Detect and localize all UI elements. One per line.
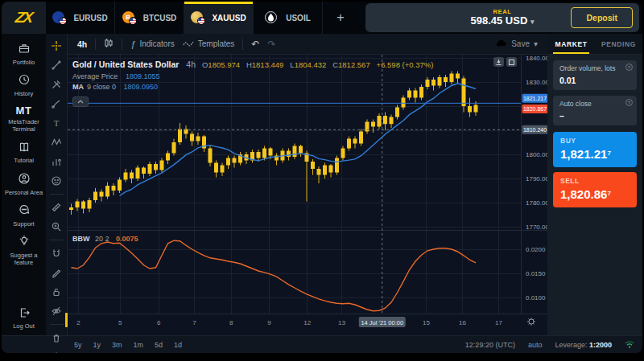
lightbulb-icon [18,235,31,250]
trend-line-tool-icon[interactable] [50,59,63,72]
svg-text:9: 9 [267,319,271,326]
range-1d[interactable]: 1d [174,341,182,349]
chart-toolbar: 4h ƒ Indicators Templates ↶ ↷ [68,34,547,55]
help-icon[interactable]: ? [625,99,633,106]
redo-button[interactable]: ↷ [267,39,275,50]
order-panel-tabs: MARKET PENDING [547,34,642,55]
templates-button[interactable]: Templates [183,39,235,49]
tab-pending[interactable]: PENDING [595,34,642,54]
mt-logo-icon: MT [16,105,32,117]
buy-price-pip: 7 [607,150,610,157]
ma-label: MA [72,83,84,91]
svg-text:1810.240: 1810.240 [523,127,547,133]
axis-settings-gear-icon[interactable] [527,318,535,326]
sidebar-item-tutorial[interactable]: Tutorial [3,141,44,165]
sidebar-item-label: Suggest a feature [3,252,44,266]
sidebar-item-label: Tutorial [14,158,34,165]
price-badge: 1820.867 [522,105,548,113]
sidebar-item-support[interactable]: Support [3,203,44,228]
drawing-toolbar: T [46,34,68,335]
symbol-tab-btcusd[interactable]: B BTCUSD [115,2,184,34]
sidebar-item-label: Support [13,221,34,228]
object-tree-icon[interactable] [50,351,63,353]
history-clock-icon [18,73,31,88]
symbol-tab-xauusd[interactable]: XAUUSD [184,2,254,34]
remove-drawings-icon[interactable] [50,331,63,344]
drawing-mode-icon[interactable] [50,266,63,279]
eurusd-flag-icon [52,11,68,25]
range-1m[interactable]: 1m [134,341,144,349]
chart-snapshot-button[interactable] [493,57,504,67]
sidebar-item-personal-area[interactable]: Personal Area [3,172,44,196]
chart-fullscreen-button[interactable] [506,57,517,67]
zoom-in-tool-icon[interactable] [50,220,63,233]
range-5y[interactable]: 5y [74,341,82,349]
emoji-tool-icon[interactable] [50,174,63,187]
time-axis-labels: 2567891213151617 [76,319,502,326]
tab-market[interactable]: MARKET [547,34,595,54]
add-symbol-tab-button[interactable]: + [323,2,358,34]
svg-text:2: 2 [76,319,80,326]
auto-close-value[interactable]: – [559,111,630,121]
hide-drawings-icon[interactable] [50,305,63,318]
sell-button[interactable]: SELL 1,820.867 [553,172,637,207]
svg-text:1821.217: 1821.217 [523,96,547,101]
range-5d[interactable]: 5d [155,341,163,349]
indicator-legend: BBW 20 2 0.0075 [72,235,138,243]
order-panel: MARKET PENDING Order volume, lots 0.01 ?… [547,34,642,335]
sidebar-item-history[interactable]: History [3,73,44,97]
svg-text:0.0200: 0.0200 [526,246,546,253]
auto-close-field[interactable]: Auto close – ? [553,96,637,125]
account-selector[interactable]: REAL 598.45 USD ▾ [471,9,535,27]
sell-price: 1,820.86 [560,187,607,201]
top-bar: ZX EURUSD B BTCUSD XAUUSD USOIL + REAL 5… [2,2,642,34]
range-1y[interactable]: 1y [93,341,101,349]
brush-tool-icon[interactable] [50,97,63,110]
undo-button[interactable]: ↶ [251,39,259,50]
auto-close-label: Auto close [559,100,630,108]
text-tool-icon[interactable]: T [50,117,63,129]
timezone-mode[interactable]: auto [528,341,543,349]
legend-collapse-button[interactable] [72,96,89,107]
bbw-line [72,240,477,311]
svg-text:1790.000: 1790.000 [526,175,547,183]
lock-drawings-icon[interactable] [50,285,63,298]
ruler-tool-icon[interactable] [50,201,63,214]
person-circle-icon [18,172,31,187]
deposit-button[interactable]: Deposit [571,7,633,28]
pattern-tool-icon[interactable] [50,136,63,149]
range-3m[interactable]: 3m [112,341,122,349]
svg-text:1840.000: 1840.000 [526,55,547,62]
sidebar-item-metatrader[interactable]: MT MetaTrader Terminal [3,105,44,133]
crosshair-tool-icon[interactable] [50,39,63,52]
symbol-tab-usoil[interactable]: USOIL [254,2,323,34]
save-layout-button[interactable]: Save ▾ [496,39,538,49]
pitchfork-tool-icon[interactable] [50,78,63,91]
symbol-tab-eurusd[interactable]: EURUSD [46,2,115,34]
price-badge: 1810.240 [522,125,548,134]
sidebar-item-logout[interactable]: Log Out [3,306,44,330]
help-icon[interactable]: ? [625,64,633,71]
clock[interactable]: 12:29:20 (UTC) [465,341,515,349]
sidebar-item-suggest-feature[interactable]: Suggest a feature [3,235,44,266]
sidebar-item-portfolio[interactable]: Portfolio [3,42,44,66]
buy-button[interactable]: BUY 1,821.217 [553,132,637,167]
forecast-tool-icon[interactable] [50,155,63,168]
symbol-tab-label: EURUSD [73,14,107,23]
svg-text:12: 12 [303,319,311,326]
brand-logo[interactable]: ZX [2,2,46,34]
chart-style-selector[interactable] [104,38,114,50]
timeframe-selector[interactable]: 4h [77,39,87,49]
order-volume-value[interactable]: 0.01 [559,76,630,85]
price-badge: 1821.217 [522,94,548,103]
magnet-tool-icon[interactable] [50,247,63,260]
order-volume-field[interactable]: Order volume, lots 0.01 ? [553,60,637,90]
svg-text:1800.000: 1800.000 [526,151,547,158]
price-axis-labels: 1840.0001830.0001820.0001810.0001800.000… [526,55,547,302]
indicators-button[interactable]: ƒ Indicators [130,39,174,49]
avg-price-value: 1809.1055 [126,72,160,80]
sidebar-item-label: Portfolio [13,59,35,67]
time-axis-marker [65,313,68,327]
chart-legend: Gold / United States Dollar 4h O1805.974… [72,59,433,107]
chart-quick-buttons [493,57,517,67]
